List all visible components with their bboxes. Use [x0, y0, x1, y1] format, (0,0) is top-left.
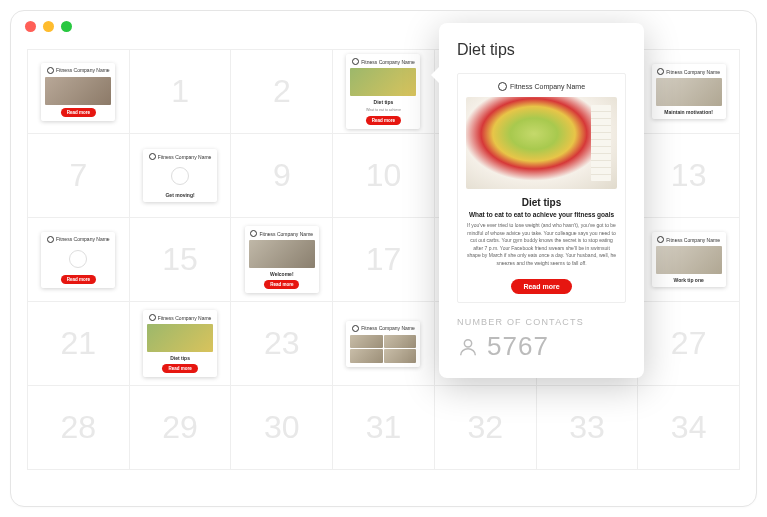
email-preview[interactable]: Fitness Company Name Diet tips What to e… [457, 73, 626, 303]
calendar-cell[interactable]: Fitness Company NameWork tip one [638, 218, 740, 302]
circle-graphic [69, 250, 87, 268]
preview-title: Diet tips [466, 197, 617, 208]
salad-image [466, 97, 617, 189]
circle-graphic [171, 167, 189, 185]
calendar-cell[interactable]: 10 [333, 134, 435, 218]
popup-heading: Diet tips [457, 41, 626, 59]
card-brand: Fitness Company Name [657, 236, 720, 243]
card-brand: Fitness Company Name [47, 236, 110, 243]
card-image [45, 77, 111, 105]
contacts-count: 5767 [457, 331, 626, 362]
calendar-cell[interactable]: Fitness Company NameDiet tipsWhat to eat… [333, 50, 435, 134]
preview-popup: Diet tips Fitness Company Name Diet tips… [439, 23, 644, 378]
calendar-cell[interactable]: 34 [638, 386, 740, 470]
content-area: Fitness Company NameRead more12Fitness C… [11, 41, 756, 486]
calendar-cell[interactable]: 28 [28, 386, 130, 470]
calendar-cell[interactable]: 31 [333, 386, 435, 470]
calendar-cell[interactable]: Fitness Company NameWelcome!Read more [231, 218, 333, 302]
email-card[interactable]: Fitness Company NameMaintain motivation! [652, 64, 726, 119]
person-icon [457, 336, 479, 358]
calendar-cell[interactable]: 1 [130, 50, 232, 134]
app-window: Fitness Company NameRead more12Fitness C… [10, 10, 757, 507]
minimize-icon[interactable] [43, 21, 54, 32]
card-image [656, 246, 722, 274]
card-button[interactable]: Read more [366, 116, 401, 125]
calendar-cell[interactable]: 2 [231, 50, 333, 134]
close-icon[interactable] [25, 21, 36, 32]
calendar-cell[interactable]: 21 [28, 302, 130, 386]
calendar-cell[interactable]: 23 [231, 302, 333, 386]
preview-body: If you've ever tried to lose weight (and… [466, 222, 617, 267]
card-image [147, 324, 213, 352]
email-card[interactable]: Fitness Company NameRead more [41, 232, 115, 288]
card-brand: Fitness Company Name [47, 67, 110, 74]
titlebar [11, 11, 756, 41]
card-brand: Fitness Company Name [250, 230, 313, 237]
card-brand: Fitness Company Name [657, 68, 720, 75]
card-image [350, 68, 416, 96]
contacts-label: NUMBER OF CONTACTS [457, 317, 626, 327]
calendar-cell[interactable]: Fitness Company Name [333, 302, 435, 386]
email-card[interactable]: Fitness Company NameDiet tipsWhat to eat… [346, 54, 420, 128]
calendar-cell[interactable]: Fitness Company NameMaintain motivation! [638, 50, 740, 134]
calendar-cell[interactable]: 9 [231, 134, 333, 218]
card-brand: Fitness Company Name [352, 58, 415, 65]
calendar-cell[interactable]: 32 [435, 386, 537, 470]
email-card[interactable]: Fitness Company Name [346, 321, 420, 367]
preview-subtitle: What to eat to eat to achieve your fitne… [466, 211, 617, 218]
read-more-button[interactable]: Read more [511, 279, 571, 294]
calendar-cell[interactable]: 15 [130, 218, 232, 302]
card-brand: Fitness Company Name [149, 153, 212, 160]
card-title: Maintain motivation! [664, 109, 713, 115]
email-card[interactable]: Fitness Company NameDiet tipsRead more [143, 310, 217, 377]
calendar-cell[interactable]: 13 [638, 134, 740, 218]
contacts-number: 5767 [487, 331, 549, 362]
card-brand: Fitness Company Name [149, 314, 212, 321]
preview-brand: Fitness Company Name [466, 82, 617, 91]
card-text: What to eat to achieve [366, 108, 401, 112]
card-button[interactable]: Read more [162, 364, 197, 373]
card-brand: Fitness Company Name [352, 325, 415, 332]
email-card[interactable]: Fitness Company NameWelcome!Read more [245, 226, 319, 293]
calendar-cell[interactable]: Fitness Company NameDiet tipsRead more [130, 302, 232, 386]
card-title: Work tip one [674, 277, 704, 283]
calendar-cell[interactable]: 7 [28, 134, 130, 218]
card-image-grid [350, 335, 416, 363]
card-button[interactable]: Read more [264, 280, 299, 289]
card-title: Diet tips [374, 99, 394, 105]
card-title: Welcome! [270, 271, 294, 277]
card-image [249, 240, 315, 268]
maximize-icon[interactable] [61, 21, 72, 32]
calendar-cell[interactable]: 29 [130, 386, 232, 470]
calendar-cell[interactable]: 30 [231, 386, 333, 470]
card-button[interactable]: Read more [61, 275, 96, 284]
card-image [656, 78, 722, 106]
email-card[interactable]: Fitness Company NameWork tip one [652, 232, 726, 287]
calendar-cell[interactable]: Fitness Company NameGet moving! [130, 134, 232, 218]
email-card[interactable]: Fitness Company NameRead more [41, 63, 115, 121]
svg-point-0 [464, 339, 471, 346]
card-title: Diet tips [170, 355, 190, 361]
card-button[interactable]: Read more [61, 108, 96, 117]
calendar-cell[interactable]: 33 [537, 386, 639, 470]
calendar-cell[interactable]: Fitness Company NameRead more [28, 50, 130, 134]
card-title: Get moving! [165, 192, 194, 198]
email-card[interactable]: Fitness Company NameGet moving! [143, 149, 217, 202]
calendar-cell[interactable]: 27 [638, 302, 740, 386]
calendar-cell[interactable]: 17 [333, 218, 435, 302]
calendar-cell[interactable]: Fitness Company NameRead more [28, 218, 130, 302]
